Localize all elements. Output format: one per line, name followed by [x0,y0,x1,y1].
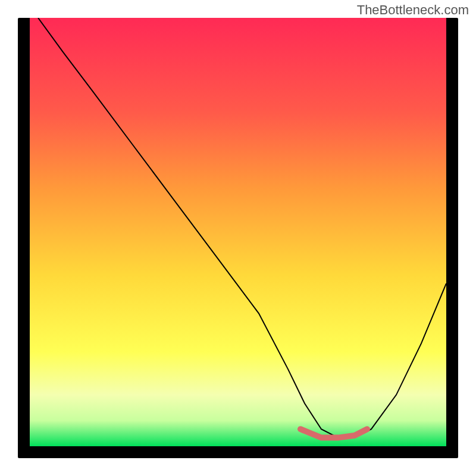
gradient-background [30,18,446,446]
chart-frame [18,18,458,458]
watermark-text: TheBottleneck.com [357,2,469,18]
chart-plot-area [30,18,446,446]
chart-svg [30,18,446,446]
